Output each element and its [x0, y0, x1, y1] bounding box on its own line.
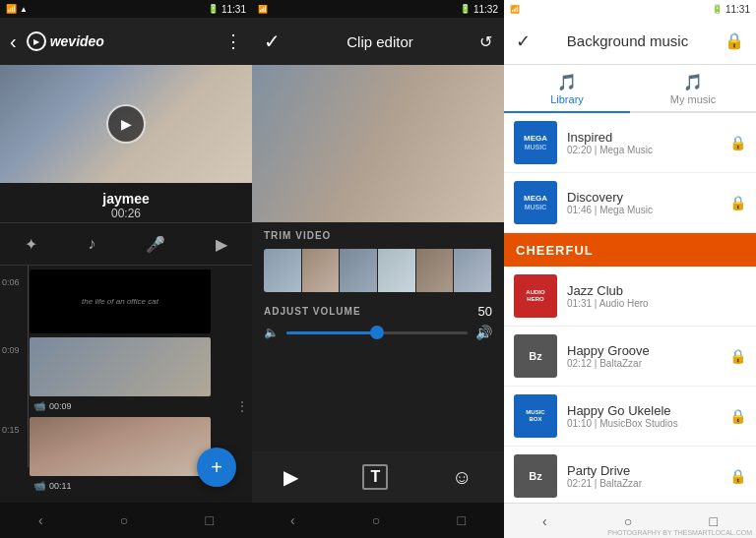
- watermark: PHOTOGRAPHY BY THESMARTLOCAL.COM: [607, 529, 752, 536]
- happy-groove-info: Happy Groove 02:12 | BaltaZzar: [567, 343, 720, 369]
- nav-bar-1: ‹ ○ □: [0, 503, 252, 538]
- nav-back-2[interactable]: ‹: [290, 512, 295, 528]
- jazz-thumb-text: AUDIOHERO: [526, 289, 544, 303]
- text-track-thumbnail: the life of an office cat: [30, 269, 211, 333]
- video-preview[interactable]: ▶ jaymee 00:26: [0, 65, 252, 222]
- music-item-inspired[interactable]: MEGA MUSIC Inspired 02:20 | Mega Music 🔒: [504, 113, 756, 173]
- discovery-name: Discovery: [567, 190, 720, 205]
- mega-line2-inspired: MUSIC: [525, 144, 547, 151]
- video-track-1-thumb: [30, 337, 211, 396]
- status-bar-2: 📶 🔋 11:32: [252, 0, 504, 18]
- status-right-1: 🔋 11:31: [208, 4, 246, 15]
- nav-home-1[interactable]: ○: [120, 512, 128, 528]
- logo-play-icon: [27, 31, 46, 51]
- overlay-text: the life of an office cat: [82, 297, 158, 306]
- nav-home-3[interactable]: ○: [624, 513, 632, 529]
- video-title: jaymee: [0, 191, 252, 207]
- battery-2: 🔋: [460, 4, 471, 14]
- filmstrip-frame-3: [340, 249, 378, 292]
- trim-label: TRIM VIDEO: [252, 222, 504, 245]
- history-button[interactable]: ↺: [479, 32, 492, 51]
- nav-recent-2[interactable]: □: [457, 512, 465, 528]
- bg-music-lock: 🔒: [724, 31, 744, 50]
- confirm-button[interactable]: ✓: [264, 30, 281, 53]
- nav-back-1[interactable]: ‹: [38, 512, 43, 528]
- cam-icon-1: 📹: [33, 400, 45, 411]
- play-button[interactable]: ▶: [106, 104, 146, 144]
- magic-button[interactable]: ✦: [25, 235, 37, 254]
- volume-max-icon: 🔊: [475, 325, 492, 340]
- volume-fill: [286, 331, 377, 334]
- clip-video-frame: [252, 65, 504, 222]
- time-label-1: 0:09: [2, 345, 20, 355]
- music-item-happy-go-ukelele[interactable]: MUSICBOX Happy Go Ukelele 01:10 | MusicB…: [504, 387, 756, 447]
- more-button-1[interactable]: ⋮: [236, 399, 248, 413]
- menu-button-1[interactable]: ⋮: [224, 30, 242, 52]
- cat-thumbnail: ▶: [0, 65, 252, 183]
- bg-music-header: ✓ Background music 🔒: [504, 18, 756, 65]
- music-item-party-drive[interactable]: Bz Party Drive 02:21 | BaltaZzar 🔒: [504, 447, 756, 503]
- filmstrip-container[interactable]: [252, 245, 504, 296]
- timeline-track-text[interactable]: 0:06 the life of an office cat: [0, 269, 252, 333]
- music-item-happy-groove[interactable]: Bz Happy Groove 02:12 | BaltaZzar 🔒: [504, 327, 756, 387]
- volume-label: ADJUST VOLUME: [264, 306, 361, 317]
- signal-2: 📶: [258, 5, 268, 14]
- track-dur-2: 00:11: [49, 481, 72, 491]
- clip-thumbnail: [252, 65, 504, 222]
- time-2: 11:32: [473, 4, 498, 15]
- filmstrip-frame-1: [264, 249, 302, 292]
- mega-line1-inspired: MEGA: [524, 135, 547, 144]
- emoji-button[interactable]: ☺: [452, 466, 472, 489]
- tab-my-music[interactable]: 🎵 My music: [630, 65, 756, 111]
- bg-music-confirm[interactable]: ✓: [516, 30, 531, 52]
- spacer-2: [252, 344, 504, 451]
- music-tabs: 🎵 Library 🎵 My music: [504, 65, 756, 113]
- nav-home-2[interactable]: ○: [372, 512, 380, 528]
- timeline-area: 0:06 the life of an office cat 0:09 📹 00…: [0, 266, 252, 503]
- music-item-jazz-club[interactable]: AUDIOHERO Jazz Club 01:31 | Audio Hero: [504, 267, 756, 327]
- text-overlay: the life of an office cat: [30, 269, 211, 333]
- nav-recent-1[interactable]: □: [205, 512, 213, 528]
- nav-back-3[interactable]: ‹: [542, 513, 547, 529]
- happy-groove-meta: 02:12 | BaltaZzar: [567, 358, 720, 369]
- music-item-discovery[interactable]: MEGA MUSIC Discovery 01:46 | Mega Music …: [504, 173, 756, 233]
- status-left-1: 📶 ▲: [6, 4, 28, 14]
- status-bar-3: 📶 🔋 11:31: [504, 0, 756, 18]
- happy-groove-lock: 🔒: [729, 348, 746, 364]
- ukelele-name: Happy Go Ukelele: [567, 403, 720, 418]
- signal-3: 📶: [510, 5, 520, 14]
- back-button-1[interactable]: ‹: [10, 30, 17, 53]
- panel-clip-editor: 📶 🔋 11:32 ✓ Clip editor ↺ TRIM VIDEO ADJ…: [252, 0, 504, 538]
- library-tab-label: Library: [550, 93, 584, 105]
- status-left-2: 📶: [258, 5, 268, 14]
- cheerful-label: CHEERFUL: [516, 243, 594, 258]
- play-button-2[interactable]: ▶: [284, 465, 298, 489]
- music-button[interactable]: ♪: [88, 235, 95, 253]
- send-button[interactable]: ▶: [216, 235, 227, 254]
- add-clip-button[interactable]: +: [197, 448, 236, 487]
- mega-line2-discovery: MUSIC: [525, 204, 547, 211]
- mic-button[interactable]: 🎤: [146, 235, 165, 254]
- volume-min-icon: 🔈: [264, 326, 279, 339]
- mega-line1-discovery: MEGA: [524, 195, 547, 204]
- ukelele-lock: 🔒: [729, 408, 746, 424]
- happy-groove-name: Happy Groove: [567, 343, 720, 358]
- inspired-thumb: MEGA MUSIC: [514, 121, 557, 164]
- nav-recent-3[interactable]: □: [709, 513, 717, 529]
- volume-slider[interactable]: [286, 331, 468, 334]
- party-drive-thumb: Bz: [514, 454, 557, 498]
- party-drive-lock: 🔒: [729, 468, 746, 484]
- my-music-tab-icon: 🎵: [683, 73, 703, 91]
- tab-library[interactable]: 🎵 Library: [504, 65, 630, 113]
- filmstrip: [264, 249, 492, 292]
- nav-bar-2: ‹ ○ □: [252, 503, 504, 538]
- track-info-1: 📹 00:09 ⋮: [30, 398, 246, 413]
- volume-thumb[interactable]: [370, 326, 384, 339]
- timeline-track-video-1[interactable]: 0:09 📹 00:09 ⋮: [0, 337, 252, 413]
- party-baltazzar-text: Bz: [529, 470, 541, 482]
- text-button[interactable]: T: [362, 464, 388, 490]
- battery-icon-1: 🔋: [208, 4, 219, 14]
- discovery-thumb: MEGA MUSIC: [514, 181, 557, 224]
- music-list: MEGA MUSIC Inspired 02:20 | Mega Music 🔒…: [504, 113, 756, 503]
- signal-icons-1: 📶: [6, 4, 17, 14]
